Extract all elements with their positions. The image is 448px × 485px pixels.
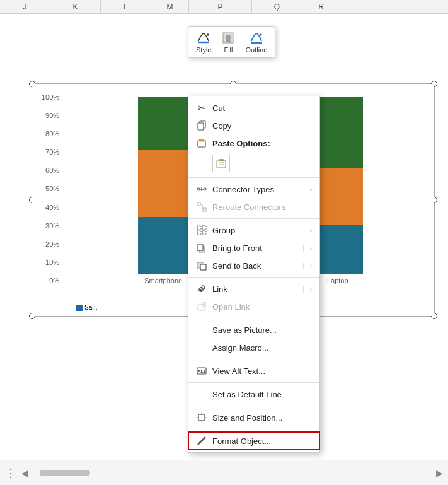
- paste-options-row: [188, 152, 319, 175]
- bottom-bar: ⋮ ◀ ▶: [0, 460, 448, 485]
- svg-rect-21: [197, 231, 201, 235]
- svg-point-13: [197, 188, 200, 190]
- menu-item-save-picture[interactable]: Save as Picture...: [188, 321, 319, 339]
- col-j: J: [0, 0, 50, 13]
- menu-item-copy[interactable]: Copy: [188, 117, 319, 134]
- menu-label-group: Group: [212, 226, 305, 235]
- separator-3: [188, 277, 319, 278]
- toolbar-fill[interactable]: ▓ Fill: [221, 31, 235, 54]
- separator-4: [188, 318, 319, 318]
- svg-rect-24: [197, 245, 203, 250]
- menu-label-alt-text: View Alt Text...: [212, 366, 312, 376]
- menu-item-alt-text[interactable]: ALT View Alt Text...: [188, 362, 319, 380]
- style-icon: [197, 31, 210, 45]
- style-label: Style: [196, 46, 211, 54]
- connector-icon: [196, 184, 207, 195]
- col-m: M: [151, 0, 189, 13]
- menu-label-link: Link: [212, 284, 298, 294]
- svg-point-14: [204, 188, 206, 190]
- toolbar-outline[interactable]: Outline: [245, 31, 267, 54]
- scroll-right-button[interactable]: ▶: [436, 468, 443, 478]
- separator-7: [188, 406, 319, 406]
- svg-rect-10: [217, 160, 226, 168]
- bar-segment-blue-1: [138, 217, 188, 274]
- dots-menu[interactable]: ⋮: [5, 466, 16, 480]
- menu-item-assign-macro[interactable]: Assign Macro...: [188, 339, 319, 356]
- menu-label-connector-types: Connector Types: [212, 185, 305, 194]
- svg-rect-20: [202, 226, 206, 230]
- menu-label-cut: Cut: [212, 103, 312, 113]
- scissors-icon: ✂: [196, 102, 207, 114]
- menu-label-save-picture: Save as Picture...: [212, 325, 312, 335]
- assign-macro-icon: [196, 342, 207, 353]
- floating-toolbar: Style ▓ Fill Outline: [188, 26, 275, 58]
- svg-text:ALT: ALT: [197, 369, 206, 373]
- bar-label-smartphone: Smartphone: [144, 277, 182, 284]
- menu-item-default-line[interactable]: Set as Default Line: [188, 385, 319, 403]
- menu-label-open-link: Open Link: [212, 302, 312, 312]
- format-object-icon: [196, 435, 207, 447]
- bar-group-smartphone: Smartphone: [138, 97, 188, 284]
- menu-item-link[interactable]: Link | ›: [188, 280, 319, 298]
- menu-item-format-object[interactable]: Format Object...: [188, 432, 319, 450]
- toolbar-style[interactable]: Style: [196, 31, 211, 54]
- group-icon: [196, 225, 207, 236]
- svg-rect-31: [198, 414, 205, 421]
- col-q: Q: [252, 0, 302, 13]
- open-link-icon: [196, 301, 207, 312]
- arrow-group: ›: [310, 227, 312, 234]
- svg-line-36: [204, 438, 205, 439]
- separator-5: [188, 359, 319, 359]
- menu-item-open-link: Open Link: [188, 298, 319, 315]
- scroll-left-button[interactable]: ◀: [21, 468, 28, 478]
- send-back-icon: [196, 260, 207, 271]
- shortcut-send-back: |: [303, 262, 305, 269]
- fill-icon: ▓: [221, 31, 235, 45]
- bar-segment-orange-1: [138, 150, 188, 217]
- svg-rect-26: [200, 264, 206, 270]
- save-picture-icon: [196, 324, 207, 336]
- svg-rect-22: [202, 231, 206, 235]
- arrow-link: ›: [310, 286, 312, 293]
- menu-item-paste-header: Paste Options:: [188, 134, 319, 152]
- svg-rect-17: [197, 202, 200, 206]
- col-p: P: [189, 0, 252, 13]
- stacked-bar-smartphone: [138, 97, 188, 274]
- col-l: L: [101, 0, 151, 13]
- context-menu: ✂ Cut Copy Paste Options:: [188, 96, 320, 453]
- arrow-bring-front: ›: [310, 245, 312, 252]
- bring-front-icon: [196, 242, 207, 254]
- menu-item-size-position[interactable]: Size and Position...: [188, 409, 319, 426]
- shortcut-bring-front: |: [303, 244, 305, 252]
- svg-rect-8: [199, 139, 204, 141]
- column-headers: J K L M P Q R: [0, 0, 448, 14]
- separator-6: [188, 382, 319, 383]
- menu-item-send-back[interactable]: Send to Back | ›: [188, 257, 319, 274]
- menu-item-connector-types[interactable]: Connector Types ›: [188, 180, 319, 198]
- paste-icon-box[interactable]: [212, 155, 230, 172]
- copy-icon: [196, 120, 207, 131]
- svg-rect-27: [198, 305, 204, 310]
- separator-2: [188, 218, 319, 219]
- arrow-send-back: ›: [310, 262, 312, 269]
- link-icon: [196, 283, 207, 295]
- menu-label-paste: Paste Options:: [212, 139, 312, 148]
- menu-label-reroute: Reroute Connectors: [212, 202, 312, 212]
- legend-color-1: [76, 305, 83, 311]
- menu-item-reroute: Reroute Connectors: [188, 198, 319, 216]
- bar-label-laptop: Laptop: [327, 277, 348, 284]
- horizontal-scrollbar[interactable]: [33, 469, 431, 477]
- menu-item-bring-front[interactable]: Bring to Front | ›: [188, 239, 319, 257]
- scrollbar-thumb[interactable]: [40, 470, 90, 476]
- menu-label-bring-front: Bring to Front: [212, 243, 298, 253]
- bar-segment-green-1: [138, 97, 188, 150]
- menu-item-cut[interactable]: ✂ Cut: [188, 99, 319, 117]
- outline-label: Outline: [245, 46, 267, 54]
- shortcut-link: |: [303, 285, 305, 293]
- menu-label-default-line: Set as Default Line: [212, 390, 312, 399]
- alt-text-icon: ALT: [196, 365, 207, 377]
- chart-legend: Sa...: [76, 304, 98, 311]
- legend-item-1: Sa...: [76, 304, 98, 311]
- menu-item-group[interactable]: Group ›: [188, 221, 319, 239]
- legend-label-1: Sa...: [84, 304, 98, 311]
